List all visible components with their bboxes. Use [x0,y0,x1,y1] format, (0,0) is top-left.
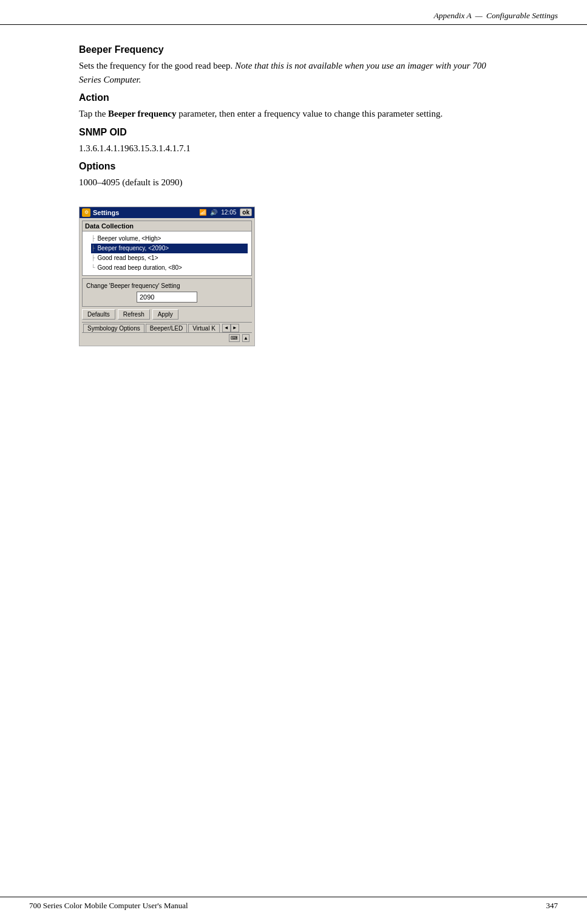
change-setting-box: Change 'Beeper frequency' Setting [82,278,252,307]
apply-button[interactable]: Apply [152,309,178,320]
page-footer: 700 Series Color Mobile Computer User's … [0,897,587,911]
tree-line-2: ├ [91,253,95,262]
defaults-button[interactable]: Defaults [82,309,115,320]
action-suffix: parameter, then enter a frequency value … [176,109,443,118]
device-body: Data Collection ├ Beeper volume, <High> … [80,218,254,346]
section-snmp-oid: SNMP OID 1.3.6.1.4.1.1963.15.3.1.4.1.7.1 [79,127,508,156]
tree-item-label-1: Beeper frequency, <2090> [97,244,169,253]
data-collection-panel: Data Collection ├ Beeper volume, <High> … [82,221,252,276]
tab-nav-left[interactable]: ◄ [222,324,231,332]
header-chapter: Configurable Settings [486,11,558,21]
device-title-bar: ⚙ Settings 📶 🔊 12:05 ok [80,207,254,218]
title-bar-right: 📶 🔊 12:05 ok [199,208,252,216]
keyboard-icon[interactable]: ⌨ [229,334,240,342]
tree-item-label-3: Good read beep duration, <80> [97,263,182,273]
tab-symbology-options[interactable]: Symbology Options [83,324,144,332]
section-title-options: Options [79,161,508,172]
signal-icon: 📶 [199,209,206,216]
dc-tree: ├ Beeper volume, <High> ├ Beeper frequen… [83,231,251,275]
tree-item-label-2: Good read beeps, <1> [97,253,158,263]
title-bar-left: ⚙ Settings [82,208,119,217]
tree-line-1: ├ [91,244,95,252]
footer-right: 347 [546,901,558,911]
tab-beeper-led[interactable]: Beeper/LED [146,324,187,332]
device-mockup: ⚙ Settings 📶 🔊 12:05 ok Data Collection … [79,207,255,346]
page-header: Appendix A — Configurable Settings [0,0,587,25]
section-options: Options 1000–4095 (default is 2090) [79,161,508,190]
footer-left: 700 Series Color Mobile Computer User's … [29,901,188,911]
tree-line-3: └ [91,263,95,272]
settings-icon: ⚙ [82,208,90,217]
header-appendix: Appendix A [434,11,472,21]
section-body-beeper-frequency: Sets the frequency for the good read bee… [79,59,508,86]
tab-nav-right[interactable]: ► [231,324,239,332]
body-text: Sets the frequency for the good read bee… [79,61,235,70]
section-beeper-frequency: Beeper Frequency Sets the frequency for … [79,44,508,86]
section-action: Action Tap the Beeper frequency paramete… [79,92,508,121]
device-bottom-toolbar: ⌨ ▲ [82,332,252,343]
section-body-options: 1000–4095 (default is 2090) [79,176,508,190]
tree-line-0: ├ [91,234,95,242]
main-content: Beeper Frequency Sets the frequency for … [0,25,587,395]
header-em-dash: — [475,11,483,21]
title-bar-title: Settings [93,209,119,216]
tree-item-0[interactable]: ├ Beeper volume, <High> [91,234,248,244]
section-title-beeper-frequency: Beeper Frequency [79,44,508,55]
refresh-button[interactable]: Refresh [118,309,150,320]
tab-nav-arrows: ◄ ► [222,324,239,332]
tabs-row: Symbology Options Beeper/LED Virtual K ◄… [82,322,252,332]
section-body-action: Tap the Beeper frequency parameter, then… [79,107,508,121]
tree-item-label-0: Beeper volume, <High> [97,234,161,244]
action-bold: Beeper frequency [108,109,176,118]
tree-item-3[interactable]: └ Good read beep duration, <80> [91,263,248,273]
change-setting-input[interactable] [137,292,197,303]
volume-icon: 🔊 [210,209,217,216]
buttons-row: Defaults Refresh Apply [82,309,252,320]
action-prefix: Tap the [79,109,108,118]
ok-button[interactable]: ok [240,208,252,216]
tab-virtual-k[interactable]: Virtual K [188,324,220,332]
tree-item-2[interactable]: ├ Good read beeps, <1> [91,253,248,263]
section-title-snmp: SNMP OID [79,127,508,138]
dc-panel-title: Data Collection [83,221,251,231]
tree-item-1[interactable]: ├ Beeper frequency, <2090> [91,244,248,253]
section-body-snmp: 1.3.6.1.4.1.1963.15.3.1.4.1.7.1 [79,142,508,156]
section-title-action: Action [79,92,508,103]
clock-time: 12:05 [221,209,236,216]
change-setting-label: Change 'Beeper frequency' Setting [86,282,248,289]
arrow-up-icon[interactable]: ▲ [242,334,249,342]
